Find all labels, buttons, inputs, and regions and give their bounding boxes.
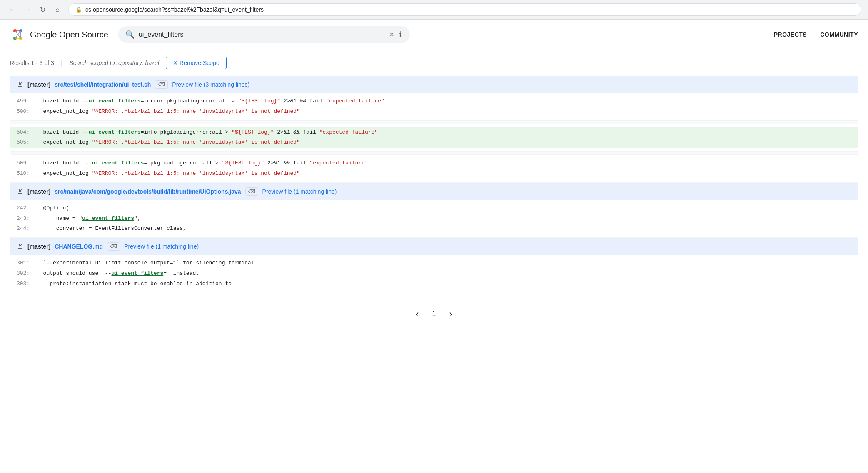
line-num-244: 244: xyxy=(17,224,37,233)
result-branch-2: [master] xyxy=(27,188,50,195)
code-line-500: 500: expect_not_log "^ERROR: .*bzl/bzl.b… xyxy=(10,107,858,117)
code-content-499: bazel build --ui_event_filters=-error pk… xyxy=(37,97,851,106)
result-file-link-2[interactable]: src/main/java/com/google/devtools/build/… xyxy=(55,188,241,195)
page-number: 1 xyxy=(432,310,436,318)
code-block-1a: 499: bazel build --ui_event_filters=-err… xyxy=(10,93,858,121)
result-item-1: 🖹 [master] src/test/shell/integration/ui… xyxy=(10,76,858,183)
code-block-3: 301: `--experimental_ui_limit_console_ou… xyxy=(10,255,858,293)
code-line-303: 303: - --proto:instantiation_stack must … xyxy=(10,279,858,289)
remove-scope-button[interactable]: ✕ Remove Scope xyxy=(166,57,227,69)
address-bar[interactable]: 🔒 cs.opensource.google/search?ss=bazel%2… xyxy=(68,3,861,16)
result-branch-1: [master] xyxy=(27,81,50,88)
code-line-244: 244: converter = EventFiltersConverter.c… xyxy=(10,224,858,234)
clear-search-button[interactable]: × xyxy=(389,30,395,39)
search-info-button[interactable]: ℹ xyxy=(398,30,403,39)
line-num-499: 499: xyxy=(17,97,37,106)
result-header-2: 🖹 [master] src/main/java/com/google/devt… xyxy=(10,183,858,200)
code-content-509: bazel build --ui_event_filters= pkgloadi… xyxy=(37,159,851,168)
search-input[interactable] xyxy=(139,31,384,38)
url-text: cs.opensource.google/search?ss=bazel%2Fb… xyxy=(85,6,264,13)
back-button[interactable]: ← xyxy=(7,4,18,15)
search-actions: × ℹ xyxy=(389,30,403,39)
header-nav: PROJECTS COMMUNITY xyxy=(774,31,858,38)
result-header-1: 🖹 [master] src/test/shell/integration/ui… xyxy=(10,76,858,93)
browser-chrome: ← → ↻ ⌂ 🔒 cs.opensource.google/search?ss… xyxy=(0,0,868,20)
line-num-509: 509: xyxy=(17,159,37,168)
code-content-505: expect_not_log "^ERROR: .*bzl/bzl.bzl:1:… xyxy=(37,138,851,147)
line-num-510: 510: xyxy=(17,169,37,178)
file-icon-3: 🖹 xyxy=(17,243,23,250)
nav-projects[interactable]: PROJECTS xyxy=(774,31,807,38)
nav-buttons: ← → ↻ ⌂ xyxy=(7,4,63,15)
nav-community[interactable]: COMMUNITY xyxy=(820,31,858,38)
page-header: Google Open Source 🔍 × ℹ PROJECTS COMMUN… xyxy=(0,20,868,50)
results-meta: Results 1 - 3 of 3 | Search scoped to re… xyxy=(10,57,858,69)
results-area: Results 1 - 3 of 3 | Search scoped to re… xyxy=(0,50,868,338)
line-num-242: 242: xyxy=(17,204,37,213)
code-line-242: 242: @Option( xyxy=(10,203,858,214)
logo-container[interactable]: Google Open Source xyxy=(10,27,108,42)
copy-path-button-3[interactable]: ⌫ xyxy=(107,242,120,251)
logo-icon xyxy=(10,27,26,42)
code-separator-1a xyxy=(10,121,858,124)
code-line-510: 510: expect_not_log "^ERROR: .*bzl/bzl.b… xyxy=(10,169,858,179)
preview-link-2[interactable]: Preview file (1 matching line) xyxy=(262,188,337,195)
code-line-243: 243: name = "ui_event_filters", xyxy=(10,214,858,224)
code-content-244: converter = EventFiltersConverter.class, xyxy=(37,224,851,233)
copy-path-button-1[interactable]: ⌫ xyxy=(155,80,168,89)
code-line-505: 505: expect_not_log "^ERROR: .*bzl/bzl.b… xyxy=(10,137,858,148)
code-content-243: name = "ui_event_filters", xyxy=(37,214,851,223)
code-block-1b: 504: bazel build --ui_event_filters=info… xyxy=(10,124,858,152)
file-icon-2: 🖹 xyxy=(17,188,23,195)
line-num-505: 505: xyxy=(17,138,37,147)
code-separator-1b xyxy=(10,152,858,155)
code-line-509: 509: bazel build --ui_event_filters= pkg… xyxy=(10,158,858,169)
line-num-500: 500: xyxy=(17,107,37,116)
prev-page-button[interactable]: ‹ xyxy=(412,306,422,321)
copy-path-button-2[interactable]: ⌫ xyxy=(245,187,258,196)
line-num-301: 301: xyxy=(17,259,37,268)
lock-icon: 🔒 xyxy=(75,7,82,13)
line-num-303: 303: xyxy=(17,280,37,289)
search-icon: 🔍 xyxy=(125,30,135,39)
code-block-1c: 509: bazel build --ui_event_filters= pkg… xyxy=(10,155,858,183)
preview-link-1[interactable]: Preview file (3 matching lines) xyxy=(172,81,249,88)
line-num-243: 243: xyxy=(17,214,37,223)
result-header-3: 🖹 [master] CHANGELOG.md ⌫ Preview file (… xyxy=(10,238,858,255)
code-line-301: 301: `--experimental_ui_limit_console_ou… xyxy=(10,258,858,269)
pagination: ‹ 1 › xyxy=(10,293,858,331)
line-num-504: 504: xyxy=(17,128,37,137)
results-count: Results 1 - 3 of 3 xyxy=(10,60,54,66)
result-file-link-1[interactable]: src/test/shell/integration/ui_test.sh xyxy=(55,81,151,88)
code-line-504: 504: bazel build --ui_event_filters=info… xyxy=(10,127,858,138)
home-button[interactable]: ⌂ xyxy=(52,4,63,15)
result-item-2: 🖹 [master] src/main/java/com/google/devt… xyxy=(10,183,858,238)
code-content-301: `--experimental_ui_limit_console_output=… xyxy=(37,259,851,268)
preview-link-3[interactable]: Preview file (1 matching line) xyxy=(124,243,199,250)
code-content-500: expect_not_log "^ERROR: .*bzl/bzl.bzl:1:… xyxy=(37,107,851,116)
code-content-302: output should use `--ui_event_filters=` … xyxy=(37,269,851,278)
next-page-button[interactable]: › xyxy=(446,306,456,321)
file-icon-1: 🖹 xyxy=(17,81,23,88)
result-file-link-3[interactable]: CHANGELOG.md xyxy=(55,243,103,250)
scope-info: Search scoped to repository: bazel xyxy=(70,60,160,66)
meta-divider: | xyxy=(61,59,63,67)
code-content-242: @Option( xyxy=(37,204,851,213)
logo-text: Google Open Source xyxy=(30,30,108,40)
code-content-504: bazel build --ui_event_filters=info pkgl… xyxy=(37,128,851,137)
forward-button[interactable]: → xyxy=(22,4,33,15)
code-content-510: expect_not_log "^ERROR: .*bzl/bzl.bzl:1:… xyxy=(37,169,851,178)
search-bar[interactable]: 🔍 × ℹ xyxy=(118,26,410,43)
line-num-302: 302: xyxy=(17,269,37,278)
code-block-2: 242: @Option( 243: name = "ui_event_filt… xyxy=(10,200,858,238)
code-line-499: 499: bazel build --ui_event_filters=-err… xyxy=(10,96,858,107)
reload-button[interactable]: ↻ xyxy=(37,4,48,15)
result-branch-3: [master] xyxy=(27,243,50,250)
code-line-302: 302: output should use `--ui_event_filte… xyxy=(10,269,858,279)
result-item-3: 🖹 [master] CHANGELOG.md ⌫ Preview file (… xyxy=(10,238,858,293)
code-content-303: - --proto:instantiation_stack must be en… xyxy=(37,280,851,289)
